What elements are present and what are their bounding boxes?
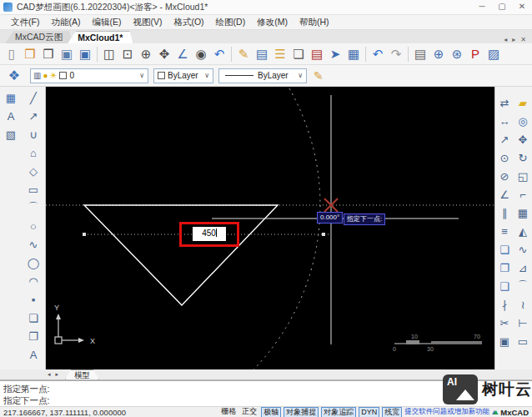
linetype-select[interactable]: ByLayer ∨ [218,68,307,83]
draw-settings-icon[interactable]: ✎ [314,69,324,83]
tab-scroll-left-icon[interactable]: ◂ [501,36,509,43]
viewport-icon[interactable]: ▭ [514,332,532,350]
fillet-icon[interactable]: ⌒ [514,277,532,295]
polyline-icon[interactable]: ∪ [24,125,43,143]
tab-scroll-right-icon[interactable]: ▸ [509,36,518,43]
edit-attributes-icon[interactable]: ▦ [344,45,363,63]
rectangle-icon[interactable]: ▭ [24,180,43,198]
tab-mxcloud1[interactable]: MxCloud1* [68,31,133,43]
polygon2-icon[interactable]: ◇ [24,162,43,180]
menu-edit[interactable]: 编辑(E) [86,15,127,29]
pan-icon[interactable]: ✥ [155,45,173,63]
toggle-ortho[interactable]: 正交 [240,407,258,417]
color-select[interactable]: ByLayer ∨ [153,68,213,83]
select-icon[interactable]: ➤ [326,45,344,63]
export-pdf-icon[interactable]: P [466,45,484,63]
feedback-link[interactable]: 提交软件问题或增加新功能 [404,407,489,417]
copy-icon[interactable]: ❏ [495,240,514,259]
menu-file[interactable]: 文件(F) [5,15,45,29]
save-as-icon[interactable]: ▣ [76,45,94,63]
ellipse-arc-icon[interactable]: ◠ [24,272,43,290]
new-file-icon[interactable]: ▯ [3,45,21,63]
open-recent-icon[interactable]: ❒ [21,45,39,63]
break-at-point-icon[interactable]: ≀ [514,295,532,314]
drawing-canvas[interactable]: Y X 10 70 0 30 0.000° 指定下一点: 450 [46,87,494,369]
color-list-icon[interactable]: ▤ [253,45,271,63]
zoom-scale-icon[interactable]: ⊡ [118,45,137,63]
mtext-icon[interactable]: A [24,345,43,364]
dim-radius-icon[interactable]: ⊙ [495,148,514,167]
text-icon[interactable]: A [2,107,20,125]
copy-nested-icon[interactable]: ❐ [495,259,514,277]
dim-diameter-icon[interactable]: ⊘ [495,167,514,185]
move-icon[interactable]: ✥ [514,130,532,148]
dim-continue-icon[interactable]: ∥ [495,203,514,222]
rotate-icon[interactable]: ↻ [514,148,532,167]
chevron-down-icon[interactable]: ∨ [138,72,146,79]
undo-icon[interactable]: ↶ [369,45,387,63]
chevron-down-icon[interactable]: ∨ [296,72,304,79]
text-style-icon[interactable]: ☰ [271,45,289,63]
match-properties-icon[interactable]: ◎ [514,112,532,130]
dyn-length-input[interactable]: 450 [193,227,226,241]
spline-edit-icon[interactable]: ∿ [514,240,532,259]
trim-icon[interactable]: ✂ [495,314,514,332]
polygon-icon[interactable]: ⌂ [24,143,43,162]
circle-icon[interactable]: ○ [24,217,43,235]
layout-icon[interactable]: ❏ [289,45,308,63]
dim-angular-icon[interactable]: ∠ [495,185,514,203]
toggle-dyn[interactable]: DYN [359,407,379,417]
model-tab[interactable]: 模型 [65,369,99,379]
web-publish-icon[interactable]: ⊕ [429,45,448,63]
menu-help[interactable]: 帮助(H) [294,15,335,29]
menu-view[interactable]: 视图(V) [127,15,168,29]
scale-icon[interactable]: ◱ [514,167,532,185]
point-icon[interactable]: ▪ [24,290,43,309]
break-icon[interactable]: ∤ [495,295,514,314]
zoom-dynamic-icon[interactable]: ∠ [173,45,192,63]
insert-block-icon[interactable]: ❐ [24,327,43,345]
maximize-button[interactable]: ▢ [492,0,512,14]
menu-modify[interactable]: 修改(M) [251,15,294,29]
extend-icon[interactable]: ⊢ [514,314,532,332]
block-icon[interactable]: ❏ [24,309,43,327]
toggle-grid[interactable]: 栅格 [219,407,238,417]
web-share-icon[interactable]: ⊛ [448,45,466,63]
hatch-icon[interactable]: ▧ [2,125,20,143]
dim-linear-icon[interactable]: ↔ [495,112,514,130]
toggle-polar[interactable]: 极轴 [261,407,281,417]
draw-order-icon[interactable]: ✎ [234,45,253,63]
layers-icon[interactable]: ❖ [3,67,25,85]
dim-baseline-icon[interactable]: ≡ [495,222,514,240]
layout-nav-arrows[interactable]: ◂ ▸ [48,371,60,378]
toggle-osnap[interactable]: 对象捕捉 [284,407,319,417]
array-icon[interactable]: ▦ [514,203,532,222]
redo-icon[interactable]: ↷ [387,45,405,63]
print-icon[interactable]: ▤ [411,45,429,63]
chevron-down-icon[interactable]: ∨ [203,72,211,79]
save-icon[interactable]: ▣ [58,45,76,63]
ellipse-icon[interactable]: ◯ [24,254,43,272]
mirror-icon[interactable]: ◭ [514,222,532,240]
zoom-center-icon[interactable]: ◉ [192,45,210,63]
spline-icon[interactable]: ∿ [24,235,43,254]
style-manager-icon[interactable]: ▤ [308,45,326,63]
construction-line-icon[interactable]: ↗ [24,107,43,125]
box-3d-icon[interactable]: ▣ [495,332,514,350]
offset-icon[interactable]: ⌐ [514,185,532,203]
chamfer-icon[interactable]: ⊿ [514,259,532,277]
copy-multiple-icon[interactable]: ❑ [495,277,514,295]
zoom-window-icon[interactable]: ◫ [100,45,118,63]
close-button[interactable]: ✕ [512,0,532,14]
dim-space-icon[interactable]: ⇄ [495,93,514,112]
image-icon[interactable]: ▦ [2,88,20,107]
line-icon[interactable]: ╱ [24,88,43,107]
menu-draw[interactable]: 绘图(D) [210,15,252,29]
insert-image-icon[interactable]: ▨ [484,45,503,63]
tab-close-icon[interactable]: ✕ [518,36,529,43]
arc-icon[interactable]: ⌒ [24,198,43,217]
layer-select[interactable]: ▥ ● ☀ 0 ∨ [30,68,148,83]
dim-aligned-icon[interactable]: ↗ [495,130,514,148]
menu-format[interactable]: 格式(O) [168,15,209,29]
zoom-extents-icon[interactable]: ⊕ [137,45,155,63]
